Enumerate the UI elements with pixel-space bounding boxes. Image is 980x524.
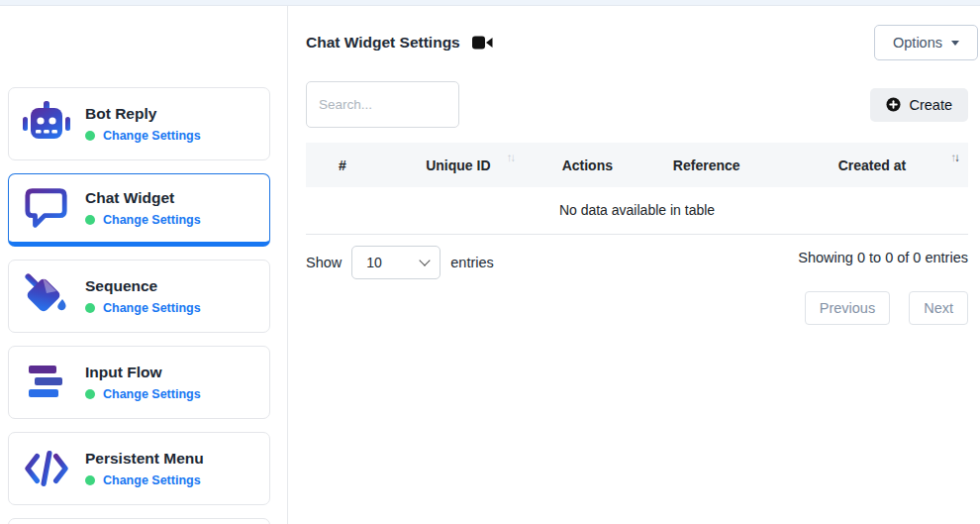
chevron-down-icon — [951, 41, 959, 46]
previous-button[interactable]: Previous — [805, 291, 890, 325]
sidebar-card-partial[interactable] — [8, 518, 270, 524]
options-button[interactable]: Options — [874, 25, 978, 60]
card-title: Bot Reply — [85, 105, 201, 123]
column-header-index: # — [306, 143, 379, 187]
status-dot — [85, 475, 95, 485]
change-settings-link[interactable]: Change Settings — [103, 301, 201, 315]
create-button[interactable]: Create — [870, 88, 968, 122]
code-icon — [23, 448, 70, 489]
sidebar-card-chat-widget[interactable]: Chat Widget Change Settings — [8, 173, 270, 247]
sidebar-card-persistent-menu[interactable]: Persistent Menu Change Settings — [8, 432, 270, 505]
table-empty-row: No data available in table — [306, 187, 968, 235]
column-header-unique-id[interactable]: Unique ID ↑↓ — [379, 143, 539, 187]
column-header-actions: Actions — [538, 143, 637, 187]
page-length-select[interactable]: 10 — [351, 246, 441, 279]
sort-icon: ↑↓ — [507, 152, 515, 163]
column-header-created-at[interactable]: Created at ↑↓ — [776, 143, 968, 187]
change-settings-link[interactable]: Change Settings — [103, 129, 201, 143]
next-button[interactable]: Next — [909, 291, 968, 325]
page-title: Chat Widget Settings — [306, 34, 460, 52]
show-label: Show — [306, 255, 342, 270]
change-settings-link[interactable]: Change Settings — [103, 213, 201, 227]
status-dot — [85, 215, 95, 225]
table-info: Showing 0 to 0 of 0 entries — [798, 250, 968, 279]
sidebar-card-sequence[interactable]: Sequence Change Settings — [8, 260, 270, 333]
status-dot — [85, 131, 95, 141]
sidebar-logo-area — [0, 6, 287, 87]
sidebar-card-bot-reply[interactable]: Bot Reply Change Settings — [8, 87, 270, 160]
sidebar: Bot Reply Change Settings Chat Widget Ch… — [0, 6, 288, 524]
change-settings-link[interactable]: Change Settings — [103, 387, 201, 401]
card-title: Input Flow — [85, 364, 201, 381]
data-table: # Unique ID ↑↓ Actions Reference Created… — [306, 143, 968, 235]
search-input[interactable] — [306, 81, 459, 128]
entries-label: entries — [450, 255, 494, 270]
column-header-reference: Reference — [637, 143, 775, 187]
paint-bucket-icon — [23, 273, 70, 319]
card-title: Persistent Menu — [85, 450, 204, 468]
card-title: Chat Widget — [85, 189, 201, 207]
card-title: Sequence — [85, 277, 201, 295]
video-camera-icon — [472, 35, 493, 51]
sidebar-card-input-flow[interactable]: Input Flow Change Settings — [8, 346, 270, 419]
empty-message: No data available in table — [306, 187, 968, 235]
robot-icon — [23, 101, 70, 147]
chat-bubble-icon — [23, 186, 70, 230]
status-dot — [85, 303, 95, 313]
change-settings-link[interactable]: Change Settings — [103, 473, 201, 487]
bars-icon — [23, 363, 70, 402]
plus-circle-icon — [886, 97, 901, 112]
sort-icon: ↑↓ — [951, 152, 959, 163]
status-dot — [85, 389, 95, 399]
main-content: Chat Widget Settings Options — [288, 6, 980, 524]
